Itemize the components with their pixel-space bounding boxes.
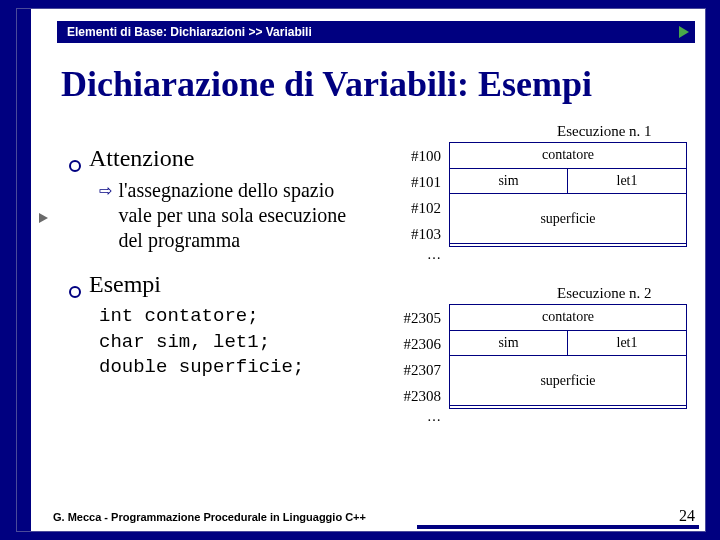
addr-cell: #2306 (389, 331, 449, 357)
table-row: #2306 sim let1 (389, 331, 687, 357)
sub-bullet: ⇨ l'assegnazione dello spazio vale per u… (99, 178, 369, 253)
mem-cell: let1 (568, 169, 686, 194)
exec2-title: Esecuzione n. 2 (557, 285, 652, 302)
next-icon[interactable] (679, 26, 689, 38)
mem-cell: contatore (450, 305, 686, 330)
sub-text: l'assegnazione dello spazio vale per una… (118, 178, 358, 253)
page-number: 24 (679, 507, 695, 525)
content-left: Attenzione ⇨ l'assegnazione dello spazio… (69, 145, 369, 381)
code-line: int contatore; (99, 304, 369, 330)
superficie-box-1: superficie (449, 193, 687, 244)
addr-cell: #102 (389, 195, 449, 221)
mem-cell: sim (450, 169, 568, 194)
code-line: double superficie; (99, 355, 369, 381)
bullet-label: Attenzione (89, 145, 194, 172)
bullet-icon (69, 286, 81, 298)
breadcrumb: Elementi di Base: Dichiarazioni >> Varia… (67, 25, 312, 39)
mem-cell: sim (450, 331, 568, 356)
mem-cell: contatore (450, 143, 686, 168)
dots: … (389, 409, 449, 427)
table-row: #2305 contatore (389, 305, 687, 331)
arrow-icon: ⇨ (99, 181, 112, 200)
dots: … (389, 247, 449, 265)
bullet-esempi: Esempi (69, 271, 369, 298)
addr-cell: #103 (389, 221, 449, 247)
addr-cell: #100 (389, 143, 449, 169)
code-line: char sim, let1; (99, 330, 369, 356)
slide-title: Dichiarazione di Variabili: Esempi (61, 63, 592, 105)
code-block: int contatore; char sim, let1; double su… (99, 304, 369, 381)
table-row: … (389, 409, 687, 427)
side-arrow-icon (39, 213, 48, 223)
left-decoration (17, 9, 31, 531)
slide: Elementi di Base: Dichiarazioni >> Varia… (16, 8, 706, 532)
table-row: #100 contatore (389, 143, 687, 169)
table-row: … (389, 247, 687, 265)
header-bar: Elementi di Base: Dichiarazioni >> Varia… (57, 21, 695, 43)
addr-cell: #2308 (389, 383, 449, 409)
bullet-icon (69, 160, 81, 172)
mem-cell: let1 (568, 331, 686, 356)
bullet-label: Esempi (89, 271, 161, 298)
footer: G. Mecca - Programmazione Procedurale in… (53, 511, 366, 523)
addr-cell: #2305 (389, 305, 449, 331)
table-row: #101 sim let1 (389, 169, 687, 195)
bullet-attenzione: Attenzione (69, 145, 369, 172)
addr-cell: #2307 (389, 357, 449, 383)
superficie-box-2: superficie (449, 355, 687, 406)
bottom-decoration (417, 525, 699, 529)
exec1-title: Esecuzione n. 1 (557, 123, 652, 140)
addr-cell: #101 (389, 169, 449, 195)
